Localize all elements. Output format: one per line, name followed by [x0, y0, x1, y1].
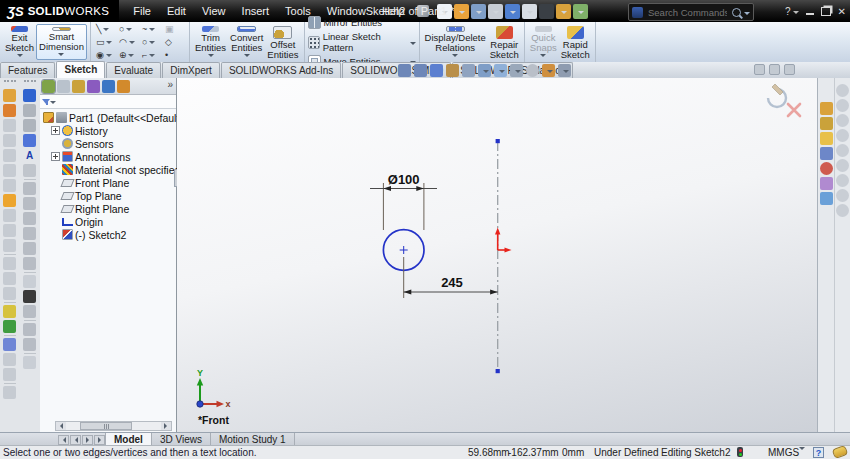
view-palette-icon[interactable] — [820, 147, 833, 160]
slot-tool-icon[interactable]: ◉ — [94, 49, 116, 60]
note-text-icon[interactable]: A — [23, 149, 36, 162]
sheet-metal-icon[interactable] — [3, 89, 16, 102]
magnifier-3-icon[interactable] — [23, 257, 36, 270]
line-tool-icon[interactable]: ╲ — [94, 23, 116, 34]
dimxpertmanager-tab-icon[interactable] — [87, 80, 100, 93]
feature-tool-icon[interactable] — [3, 134, 16, 147]
view-orientation-icon[interactable] — [478, 64, 491, 77]
toolbar-grip[interactable] — [4, 80, 16, 87]
pane-layout-2-icon[interactable] — [769, 64, 780, 75]
sketch-picture-tool-icon[interactable]: ▣ — [163, 23, 185, 34]
select-icon[interactable] — [522, 4, 537, 19]
status-units[interactable]: MMGS — [768, 447, 799, 458]
linear-sketch-pattern-button[interactable]: Linear Sketch Pattern — [308, 31, 416, 53]
perimeter-circle-tool-icon[interactable]: ⊕ — [117, 49, 139, 60]
forum-icon[interactable] — [820, 192, 833, 205]
snap-tool-icon[interactable] — [836, 129, 849, 142]
feature-tool-icon[interactable] — [3, 179, 16, 192]
first-tab-button[interactable] — [58, 435, 69, 445]
menu-file[interactable]: File — [125, 0, 159, 22]
spell-check-icon[interactable] — [23, 119, 36, 132]
snap-tool-icon[interactable] — [836, 174, 849, 187]
ceswa-tab-icon[interactable] — [117, 80, 130, 93]
feature-tool-icon[interactable] — [3, 353, 16, 366]
centerline-bottom-endpoint[interactable] — [496, 369, 500, 373]
toolbar-grip[interactable] — [24, 80, 36, 87]
annotation-gray-icon[interactable] — [23, 164, 36, 177]
menu-edit[interactable]: Edit — [159, 0, 194, 22]
configurationmanager-tab-icon[interactable] — [72, 80, 85, 93]
menu-insert[interactable]: Insert — [234, 0, 278, 22]
feature-tool-icon[interactable] — [3, 257, 16, 270]
tree-item-sensors[interactable]: Sensors — [40, 137, 176, 150]
feature-tool-icon[interactable] — [3, 119, 16, 132]
tree-item-origin[interactable]: Origin — [40, 215, 176, 228]
custom-properties-icon[interactable] — [820, 177, 833, 190]
display-style-icon[interactable] — [494, 64, 507, 77]
point-tool-icon[interactable]: • — [163, 49, 185, 60]
convert-entities-button[interactable]: Convert Entities — [228, 24, 265, 60]
circle-centerpoint[interactable] — [400, 246, 408, 254]
restore-button[interactable] — [821, 7, 831, 16]
freeform-icon[interactable] — [3, 320, 16, 333]
feature-tool-icon[interactable] — [3, 287, 16, 300]
graphics-area[interactable]: Ø100 245 Y x *Front — [177, 78, 817, 432]
3d-drawing-view-icon[interactable] — [462, 64, 475, 77]
feature-tool-icon[interactable] — [3, 368, 16, 381]
tree-item-front-plane[interactable]: Front Plane — [40, 176, 176, 189]
rebuild-traffic-light-icon[interactable] — [737, 447, 743, 457]
mirror-entities-button[interactable]: Mirror Entities — [308, 16, 416, 29]
display-settings-icon[interactable] — [573, 4, 588, 19]
file-explorer-icon[interactable] — [820, 132, 833, 145]
tree-item-right-plane[interactable]: Right Plane — [40, 202, 176, 215]
tag-icon[interactable] — [832, 445, 849, 459]
tree-item-part1[interactable]: Part1 (Default<<Default>_D — [40, 111, 176, 124]
feature-tool-icon[interactable] — [3, 224, 16, 237]
help-button[interactable]: ? — [785, 5, 799, 17]
feature-tool-icon[interactable] — [3, 149, 16, 162]
sketch-gray-icon[interactable] — [23, 104, 36, 117]
boxed-text-icon[interactable] — [23, 242, 36, 255]
appearances-icon[interactable] — [526, 64, 539, 77]
units-caret-icon[interactable] — [799, 447, 805, 453]
rebuild-icon[interactable] — [539, 4, 554, 19]
search-caret-icon[interactable] — [744, 12, 750, 18]
view-settings-icon[interactable] — [558, 64, 571, 77]
appearances-scenes-icon[interactable] — [820, 162, 833, 175]
repair-sketch-button[interactable]: Repair Sketch — [488, 24, 521, 60]
magnifier-2-icon[interactable] — [23, 197, 36, 210]
polygon-tool-icon[interactable]: ◇ — [163, 36, 185, 47]
status-help-button[interactable]: ? — [813, 447, 824, 458]
fm-filter-bar[interactable] — [40, 95, 176, 109]
hide-show-items-icon[interactable] — [510, 64, 523, 77]
search-icon[interactable] — [732, 8, 741, 17]
rapid-sketch-button[interactable]: Rapid Sketch — [559, 24, 592, 60]
tab-dimxpert[interactable]: DimXpert — [162, 62, 220, 78]
fm-horizontal-scrollbar[interactable] — [55, 421, 172, 431]
crosshair-tool-icon[interactable] — [23, 323, 36, 336]
grid-tool-icon[interactable] — [23, 356, 36, 369]
sketch-pencil-icon[interactable] — [23, 89, 36, 102]
tab-evaluate[interactable]: Evaluate — [106, 62, 161, 78]
snap-tool-icon[interactable] — [836, 159, 849, 172]
menu-view[interactable]: View — [194, 0, 234, 22]
rectangle-tool-icon[interactable]: ▭ — [94, 36, 116, 47]
close-toolbar-icon[interactable] — [3, 386, 16, 399]
tree-item-sketch2[interactable]: (-) Sketch2 — [40, 228, 176, 241]
snap-tool-icon[interactable] — [836, 189, 849, 202]
pane-layout-1-icon[interactable] — [754, 64, 765, 75]
diameter-dimension[interactable]: Ø100 — [370, 172, 437, 230]
fm-overflow-button[interactable]: » — [167, 79, 173, 90]
minimize-button[interactable] — [806, 13, 814, 15]
trim-entities-button[interactable]: Trim Entities — [193, 24, 228, 60]
tree-item-history[interactable]: History — [40, 124, 176, 137]
annotation-tool-icon[interactable] — [23, 227, 36, 240]
smart-dimension-button[interactable]: Smart Dimension — [36, 24, 87, 60]
scroll-right-button[interactable] — [161, 422, 171, 430]
chart-tool-icon[interactable] — [23, 305, 36, 318]
warning-tool-icon[interactable] — [23, 275, 36, 288]
tree-item-top-plane[interactable]: Top Plane — [40, 189, 176, 202]
next-tab-button[interactable] — [82, 435, 93, 445]
expand-icon[interactable] — [51, 152, 60, 161]
feature-tool-icon[interactable] — [3, 239, 16, 252]
